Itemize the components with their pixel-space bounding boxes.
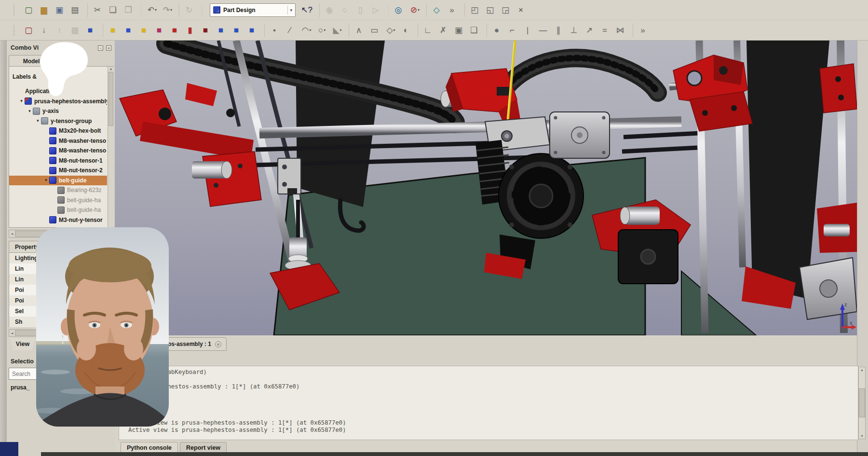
delete-selection-icon[interactable]: × ▾ xyxy=(515,3,529,17)
tab-close-icon[interactable]: × xyxy=(215,341,221,347)
tree-item[interactable]: ▼ belt-guide-ha xyxy=(9,195,107,206)
constraint-tangent-icon[interactable]: ↗ ▾ xyxy=(583,23,597,38)
part-groove-icon[interactable]: ■ ▾ xyxy=(138,23,152,38)
3d-viewport[interactable]: z x xyxy=(115,41,857,335)
toolbar-drag-handle[interactable] xyxy=(14,5,17,15)
box-selection-icon[interactable]: ◱ ▾ xyxy=(484,3,498,17)
dock-tab[interactable]: Python console xyxy=(121,442,178,453)
tree-item[interactable]: ▼ M8-nut-tensor-2 xyxy=(9,166,107,176)
tree-item[interactable]: ▼ M3-nut-y-tensor xyxy=(9,215,107,225)
dropdown-arrow-icon[interactable]: ▾ xyxy=(340,28,342,32)
constraint-parallel-icon[interactable]: ∥ ▾ xyxy=(553,23,567,38)
create-part-icon[interactable]: ■ ▾ xyxy=(84,23,103,38)
macro-edit-icon[interactable]: ▯ ▾ xyxy=(354,3,368,17)
tree-item[interactable]: ▼ M8-washer-tenso xyxy=(9,146,107,156)
sketch-point-icon[interactable]: • ▾ xyxy=(269,23,283,38)
material-box-icon[interactable]: ▦ ▾ xyxy=(69,23,83,38)
tree-item[interactable]: ▼ M8-nut-tensor-1 xyxy=(9,156,107,166)
dropdown-arrow-icon[interactable]: ▾ xyxy=(309,28,311,32)
paste-icon[interactable]: ❐ ▾ xyxy=(122,3,141,17)
dock-close-icon[interactable]: × xyxy=(106,45,111,51)
constraint-vertical-icon[interactable]: | ▾ xyxy=(522,23,536,38)
workbench-selector[interactable]: Part Design ▾ xyxy=(210,3,296,17)
export-file-icon[interactable]: ↑ ▾ xyxy=(54,23,68,38)
dock-float-icon[interactable]: ▫ xyxy=(98,45,103,51)
tree-item[interactable]: ▼ y-axis xyxy=(9,106,107,116)
new-document-icon[interactable]: ▢ ▾ xyxy=(23,3,37,17)
expand-arrow-icon[interactable]: ▼ xyxy=(18,99,25,103)
whats-this-icon[interactable]: ↖? ▾ xyxy=(301,3,320,17)
tab-view[interactable]: View xyxy=(10,338,36,350)
sketch-line-icon[interactable]: ∕ ▾ xyxy=(284,23,298,38)
constraint-horizontal-icon[interactable]: — ▾ xyxy=(537,23,551,38)
constraint-symmetric-icon[interactable]: ⋈ ▾ xyxy=(614,23,633,38)
sketch-carbon-copy-icon[interactable]: ❑ ▾ xyxy=(468,23,487,38)
redo-icon[interactable]: ↷ ▾ xyxy=(161,3,179,17)
constraint-point-on-object-icon[interactable]: ⌐ ▾ xyxy=(506,23,520,38)
tree-item[interactable]: ▼ M3x20-hex-bolt xyxy=(9,126,107,136)
chevron-down-icon[interactable]: ▾ xyxy=(287,6,294,14)
part-pad-icon[interactable]: ■ ▾ xyxy=(107,23,121,38)
selection-list-item[interactable]: prusa_ xyxy=(11,384,29,391)
undo-icon[interactable]: ↶ ▾ xyxy=(145,3,159,17)
dropdown-arrow-icon[interactable]: ▾ xyxy=(393,28,395,32)
draw-style-icon[interactable]: ⊘ ▾ xyxy=(408,3,427,17)
constraint-equal-icon[interactable]: = ▾ xyxy=(599,23,613,38)
macro-play-icon[interactable]: ▷ ▾ xyxy=(370,3,389,17)
expand-arrow-icon[interactable]: ▼ xyxy=(27,109,33,113)
macro-stop-icon[interactable]: ○ ▾ xyxy=(339,3,353,17)
dropdown-arrow-icon[interactable]: ▾ xyxy=(324,28,326,32)
boolean-cut-icon[interactable]: ▮ ▾ xyxy=(184,23,198,38)
dropdown-arrow-icon[interactable]: ▾ xyxy=(418,8,420,12)
sketch-rectangle-icon[interactable]: ▭ ▾ xyxy=(368,23,382,38)
part-revolution-icon[interactable]: ■ ▾ xyxy=(122,23,136,38)
scroll-left-icon[interactable]: ◂ xyxy=(9,331,15,335)
console-scrollbar[interactable]: ▴ ▾ xyxy=(858,367,866,439)
sketch-conic-icon[interactable]: ◣ ▾ xyxy=(330,23,349,38)
constraint-coincident-icon[interactable]: ● ▾ xyxy=(491,23,505,38)
part-compound-3-icon[interactable]: ■ ▾ xyxy=(246,23,265,38)
box-element-selection-icon[interactable]: ◰ ▾ xyxy=(469,3,483,17)
refresh-icon[interactable]: ↻ ▾ xyxy=(183,3,202,17)
box-center-selection-icon[interactable]: ◲ ▾ xyxy=(500,3,514,17)
tree-item[interactable]: ▼ belt-guide-ha xyxy=(9,205,107,215)
tree-vertical-scrollbar[interactable]: ▴ xyxy=(108,67,114,227)
sketch-coordinates-icon[interactable]: ∟ ▾ xyxy=(422,23,436,38)
sketch-polygon-icon[interactable]: ◇ ▾ xyxy=(384,23,398,38)
macro-record-icon[interactable]: ◉ ▾ xyxy=(324,3,338,17)
save-icon[interactable]: ▣ ▾ xyxy=(54,3,68,17)
dropdown-arrow-icon[interactable]: ▾ xyxy=(170,8,172,12)
print-icon[interactable]: ▤ ▾ xyxy=(69,3,88,17)
toolbar-overflow-2-icon[interactable]: » ▾ xyxy=(637,23,651,38)
sketch-polyline-icon[interactable]: ∧ ▾ xyxy=(353,23,367,38)
part-compound-1-icon[interactable]: ■ ▾ xyxy=(215,23,229,38)
tree-item[interactable]: ▼ belt-guide xyxy=(9,176,107,186)
boolean-common-icon[interactable]: ■ ▾ xyxy=(200,23,214,38)
belt-guide-part[interactable] xyxy=(278,158,301,194)
scroll-down-icon[interactable]: ▾ xyxy=(859,434,865,438)
cut-icon[interactable]: ✂ ▾ xyxy=(92,3,106,17)
scroll-up-icon[interactable]: ▴ xyxy=(859,368,865,372)
sketch-arc-icon[interactable]: ◠ ▾ xyxy=(299,23,313,38)
import-file-icon[interactable]: ↓ ▾ xyxy=(38,23,52,38)
expand-arrow-icon[interactable]: ▼ xyxy=(35,119,41,123)
part-compound-2-icon[interactable]: ■ ▾ xyxy=(231,23,244,38)
tree-item[interactable]: ▼ M8-washer-tenso xyxy=(9,136,107,146)
tree-item[interactable]: ▼ Bearing-623z xyxy=(9,185,107,195)
dock-tab[interactable]: Report view xyxy=(180,442,227,453)
expand-arrow-icon[interactable]: ▼ xyxy=(43,178,49,182)
sketch-slot-icon[interactable]: ◖ ▾ xyxy=(399,23,418,38)
open-folder-icon[interactable]: ▆ ▾ xyxy=(38,3,52,17)
sketch-external-geometry-icon[interactable]: ▣ ▾ xyxy=(453,23,467,38)
toolbar-overflow-icon[interactable]: » ▾ xyxy=(446,3,465,17)
sketch-circle-icon[interactable]: ○ ▾ xyxy=(315,23,329,38)
export-document-icon[interactable]: ▢ ▾ xyxy=(23,23,37,38)
boolean-union-icon[interactable]: ■ ▾ xyxy=(169,23,183,38)
tree-item[interactable]: ▼ y-tensor-group xyxy=(9,116,107,126)
dropdown-arrow-icon[interactable]: ▾ xyxy=(155,8,157,12)
part-mirror-icon[interactable]: ■ ▾ xyxy=(153,23,167,38)
scroll-left-icon[interactable]: ◂ xyxy=(9,232,15,236)
constraint-perpendicular-icon[interactable]: ⊥ ▾ xyxy=(568,23,582,38)
sketch-trim-icon[interactable]: ✗ ▾ xyxy=(437,23,451,38)
toolbar-drag-handle[interactable] xyxy=(14,25,17,36)
